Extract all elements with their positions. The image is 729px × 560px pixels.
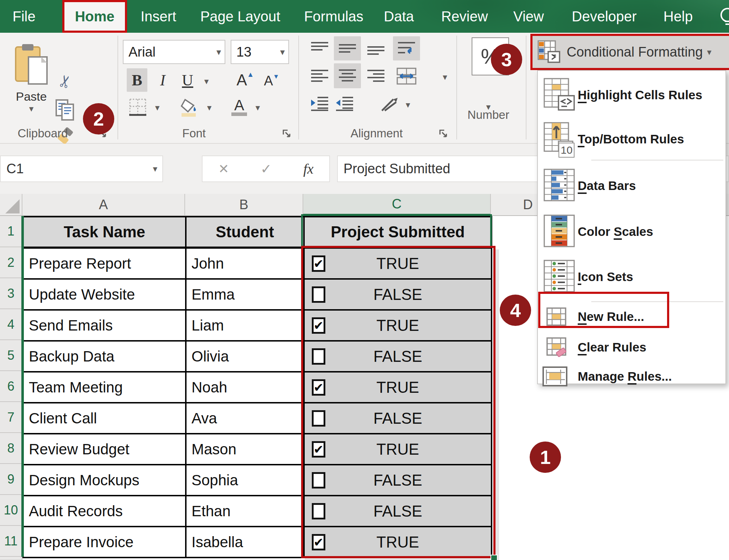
cell-student[interactable]: John	[187, 249, 305, 280]
bold-button[interactable]: B	[127, 68, 147, 92]
cell-task[interactable]: Backup Data	[24, 342, 187, 373]
paste-button[interactable]: Paste ▾	[10, 36, 53, 120]
ribbon-tab-file[interactable]: File	[7, 0, 41, 33]
align-left-button[interactable]	[309, 65, 330, 87]
row-header-11[interactable]: 11	[0, 526, 22, 557]
checkbox-unchecked[interactable]	[312, 410, 325, 427]
checkbox-checked[interactable]: ✔	[312, 379, 325, 396]
menu-item-new-rule[interactable]: New Rule...	[538, 303, 725, 331]
underline-chevron[interactable]: ▾	[199, 71, 214, 91]
cell-project-submitted[interactable]: ✔TRUE	[305, 311, 492, 342]
menu-item-icon-sets[interactable]: Icon Sets	[538, 255, 725, 299]
wrap-text-button[interactable]	[393, 36, 420, 60]
cancel-icon[interactable]: ✕	[218, 162, 229, 176]
row-header-12-partial[interactable]	[0, 557, 22, 560]
header-cell-student[interactable]: Student	[187, 217, 305, 249]
cell-student[interactable]: Emma	[187, 280, 305, 311]
row-header-10[interactable]: 10	[0, 495, 22, 526]
cell-student[interactable]: Mason	[187, 434, 305, 465]
conditional-formatting-button[interactable]: Conditional Formatting ▾	[530, 34, 729, 70]
header-cell-task-name[interactable]: Task Name	[24, 217, 187, 249]
increase-indent-button[interactable]	[334, 93, 355, 115]
font-dialog-launcher[interactable]	[281, 128, 292, 139]
column-header-a[interactable]: A	[22, 194, 185, 215]
row-header-6[interactable]: 6	[0, 371, 22, 402]
borders-chevron[interactable]: ▾	[151, 98, 164, 117]
enter-icon[interactable]: ✓	[261, 161, 272, 177]
ribbon-tab-review[interactable]: Review	[436, 0, 493, 33]
menu-item-top-bottom-rules[interactable]: 10 Top/Bottom Rules	[538, 119, 725, 159]
column-header-b[interactable]: B	[185, 194, 303, 215]
cell-project-submitted[interactable]: FALSE	[305, 280, 492, 311]
ribbon-tab-formulas[interactable]: Formulas	[301, 0, 367, 33]
font-color-button[interactable]: A	[228, 94, 251, 119]
paste-dropdown-chevron[interactable]: ▾	[29, 104, 34, 114]
fill-color-button[interactable]	[177, 95, 202, 119]
checkbox-checked[interactable]: ✔	[312, 317, 325, 334]
cell-student[interactable]: Sophia	[187, 465, 305, 496]
row-header-8[interactable]: 8	[0, 433, 22, 464]
ribbon-tab-view[interactable]: View	[505, 0, 552, 33]
cell-student[interactable]: Liam	[187, 311, 305, 342]
select-all-button[interactable]	[0, 194, 22, 215]
middle-align-button[interactable]	[334, 36, 361, 60]
menu-item-color-scales[interactable]: Color Scales	[538, 210, 725, 253]
borders-button[interactable]	[125, 95, 150, 119]
cell-student[interactable]: Noah	[187, 373, 305, 403]
checkbox-checked[interactable]: ✔	[312, 534, 325, 550]
cell-task[interactable]: Review Budget	[24, 434, 187, 465]
font-name-chevron[interactable]: ▾	[216, 47, 221, 58]
fill-color-chevron[interactable]: ▾	[203, 98, 216, 117]
font-color-chevron[interactable]: ▾	[251, 98, 264, 117]
merge-center-chevron[interactable]: ▾	[438, 68, 452, 86]
cell-project-submitted[interactable]: FALSE	[305, 496, 492, 527]
menu-item-highlight-cells-rules[interactable]: Highlight Cells Rules	[538, 74, 725, 116]
cell-project-submitted[interactable]: ✔TRUE	[305, 527, 492, 558]
menu-item-data-bars[interactable]: Data Bars	[538, 164, 725, 207]
decrease-indent-button[interactable]	[309, 93, 330, 115]
row-header-7[interactable]: 7	[0, 402, 22, 433]
bottom-align-button[interactable]	[365, 38, 387, 59]
insert-function-icon[interactable]: fx	[303, 160, 314, 177]
ribbon-tab-home[interactable]: Home	[62, 0, 127, 33]
header-cell-project-submitted[interactable]: Project Submitted	[305, 217, 492, 249]
tell-me-lightbulb-icon[interactable]	[718, 6, 729, 28]
grow-font-button[interactable]: A▲	[234, 68, 257, 92]
row-header-9[interactable]: 9	[0, 464, 22, 495]
ribbon-tab-help[interactable]: Help	[657, 0, 699, 33]
orientation-chevron[interactable]: ▾	[402, 95, 414, 114]
cell-student[interactable]: Olivia	[187, 342, 305, 373]
row-header-3[interactable]: 3	[0, 278, 22, 309]
cell-task[interactable]: Prepare Report	[24, 249, 187, 280]
merge-center-button[interactable]	[393, 65, 420, 87]
cell-task[interactable]: Client Call	[24, 403, 187, 434]
font-name-combobox[interactable]: Arial ▾	[123, 40, 225, 64]
align-right-button[interactable]	[365, 65, 387, 87]
checkbox-unchecked[interactable]	[312, 348, 325, 365]
cell-project-submitted[interactable]: ✔TRUE	[305, 373, 492, 403]
checkbox-checked[interactable]: ✔	[312, 441, 325, 458]
checkbox-unchecked[interactable]	[312, 472, 325, 488]
menu-item-clear-rules[interactable]: Clear Rules	[538, 333, 725, 361]
cell-task[interactable]: Send Emails	[24, 311, 187, 342]
checkbox-unchecked[interactable]	[312, 286, 325, 303]
copy-button[interactable]	[53, 97, 77, 122]
column-header-c[interactable]: C	[303, 194, 491, 215]
checkbox-unchecked[interactable]	[312, 503, 325, 519]
name-box-chevron[interactable]: ▾	[153, 164, 157, 174]
cell-student[interactable]: Ava	[187, 403, 305, 434]
row-header-2[interactable]: 2	[0, 247, 22, 278]
row-header-5[interactable]: 5	[0, 340, 22, 371]
cell-project-submitted[interactable]: FALSE	[305, 342, 492, 373]
font-size-combobox[interactable]: 13 ▾	[231, 40, 289, 64]
cell-student[interactable]: Isabella	[187, 527, 305, 558]
cell-project-submitted[interactable]: ✔TRUE	[305, 249, 492, 280]
ribbon-tab-page-layout[interactable]: Page Layout	[198, 0, 283, 33]
italic-button[interactable]: I	[154, 68, 172, 92]
cell-project-submitted[interactable]: FALSE	[305, 403, 492, 434]
cell-project-submitted[interactable]: FALSE	[305, 465, 492, 496]
cell-task[interactable]: Design Mockups	[24, 465, 187, 496]
underline-button[interactable]: U	[178, 68, 197, 92]
ribbon-tab-insert[interactable]: Insert	[137, 0, 180, 33]
cell-task[interactable]: Prepare Invoice	[24, 527, 187, 558]
